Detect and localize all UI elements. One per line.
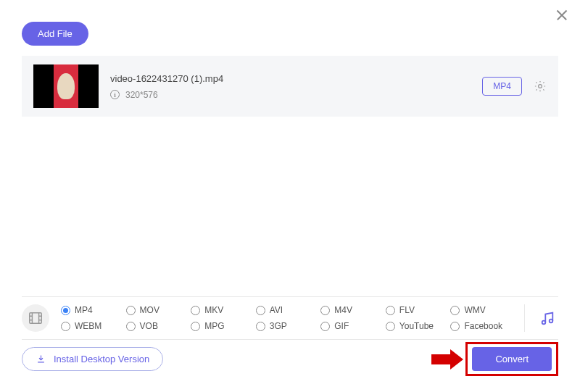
- radio-icon: [320, 306, 330, 315]
- format-option-3gp[interactable]: 3GP: [256, 321, 318, 331]
- format-option-label: VOB: [140, 321, 158, 331]
- radio-icon: [126, 306, 136, 315]
- file-meta: video-1622431270 (1).mp4 i 320*576: [110, 73, 471, 100]
- format-option-mpg[interactable]: MPG: [191, 321, 253, 331]
- download-icon: [36, 354, 46, 364]
- format-option-webm[interactable]: WEBM: [61, 321, 123, 331]
- radio-icon: [450, 322, 460, 331]
- format-option-vob[interactable]: VOB: [126, 321, 188, 331]
- file-item: video-1622431270 (1).mp4 i 320*576 MP4: [22, 56, 558, 117]
- annotation-arrow-icon: [431, 349, 463, 370]
- radio-icon: [320, 322, 330, 331]
- radio-icon: [450, 306, 460, 315]
- format-option-youtube[interactable]: YouTube: [386, 321, 448, 331]
- radio-icon: [191, 322, 200, 331]
- format-option-label: FLV: [399, 305, 415, 315]
- radio-icon: [126, 322, 136, 331]
- convert-button[interactable]: Convert: [472, 347, 552, 371]
- video-category-icon[interactable]: [22, 304, 49, 332]
- format-option-label: AVI: [270, 305, 283, 315]
- format-option-facebook[interactable]: Facebook: [450, 321, 513, 331]
- install-desktop-button[interactable]: Install Desktop Version: [22, 347, 163, 371]
- top-bar: Add File: [0, 0, 580, 56]
- gear-icon[interactable]: [534, 80, 547, 93]
- format-option-wmv[interactable]: WMV: [450, 305, 513, 315]
- radio-icon: [191, 306, 200, 315]
- audio-category-icon[interactable]: [536, 309, 558, 327]
- format-option-label: 3GP: [270, 321, 287, 331]
- format-option-avi[interactable]: AVI: [256, 305, 318, 315]
- format-option-label: Facebook: [464, 321, 502, 331]
- format-option-label: MPG: [204, 321, 224, 331]
- install-desktop-label: Install Desktop Version: [54, 354, 149, 364]
- format-option-mp4[interactable]: MP4: [61, 305, 123, 315]
- close-icon[interactable]: [555, 9, 568, 22]
- radio-icon: [61, 306, 70, 315]
- footer: Install Desktop Version Convert: [22, 342, 558, 376]
- svg-rect-1: [30, 313, 42, 324]
- radio-icon: [256, 306, 265, 315]
- format-option-label: MP4: [75, 305, 93, 315]
- format-option-label: WMV: [464, 305, 485, 315]
- format-option-label: YouTube: [399, 321, 434, 331]
- add-file-button[interactable]: Add File: [22, 22, 88, 46]
- divider: [524, 304, 525, 332]
- radio-icon: [256, 322, 265, 331]
- format-option-mkv[interactable]: MKV: [191, 305, 253, 315]
- format-grid: MP4MOVMKVAVIM4VFLVWMVWEBMVOBMPG3GPGIFYou…: [61, 305, 513, 331]
- convert-highlight: Convert: [465, 342, 558, 376]
- info-icon: i: [110, 90, 120, 99]
- svg-point-0: [539, 85, 542, 88]
- format-section: MP4MOVMKVAVIM4VFLVWMVWEBMVOBMPG3GPGIFYou…: [22, 296, 558, 340]
- format-option-label: WEBM: [75, 321, 102, 331]
- radio-icon: [61, 322, 70, 331]
- format-option-gif[interactable]: GIF: [320, 321, 383, 331]
- radio-icon: [386, 306, 395, 315]
- radio-icon: [386, 322, 395, 331]
- format-option-mov[interactable]: MOV: [126, 305, 188, 315]
- file-resolution: 320*576: [125, 90, 158, 100]
- format-option-label: MOV: [140, 305, 160, 315]
- video-thumbnail[interactable]: [33, 64, 99, 108]
- file-format-button[interactable]: MP4: [482, 77, 522, 96]
- file-name: video-1622431270 (1).mp4: [110, 73, 471, 84]
- format-option-label: M4V: [334, 305, 352, 315]
- format-option-flv[interactable]: FLV: [386, 305, 448, 315]
- format-option-m4v[interactable]: M4V: [320, 305, 383, 315]
- format-option-label: MKV: [204, 305, 223, 315]
- format-option-label: GIF: [334, 321, 349, 331]
